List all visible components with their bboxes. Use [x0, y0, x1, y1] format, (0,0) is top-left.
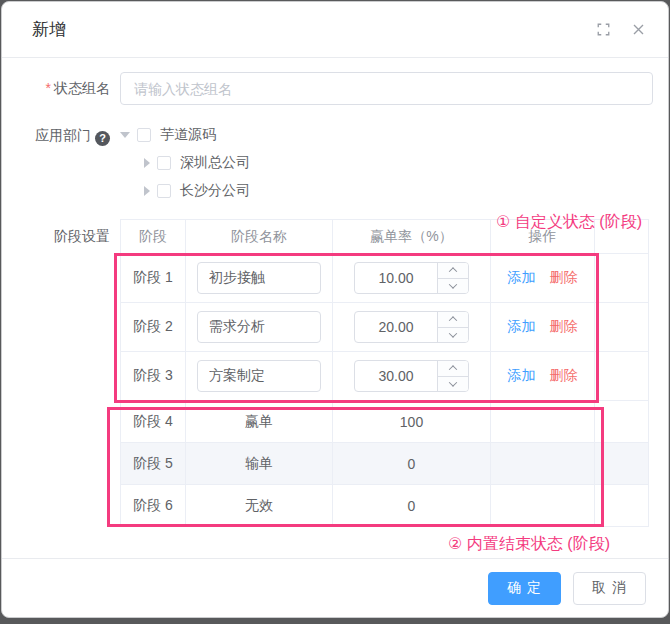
col-header-stage: 阶段 [121, 220, 186, 254]
win-rate-cell: 0 [333, 485, 491, 527]
chevron-up-icon [449, 365, 457, 373]
stage-name-cell [186, 254, 333, 303]
department-row: 应用部门? 芋道源码 深圳总公司 长沙分公司 [32, 121, 653, 205]
win-rate-input[interactable] [355, 312, 437, 342]
win-rate-stepper [354, 262, 469, 294]
decrease-button[interactable] [438, 377, 468, 392]
actions-cell-empty [491, 485, 595, 527]
win-rate-cell [333, 352, 491, 401]
gutter-cell [595, 352, 649, 401]
stage-cell: 阶段 1 [121, 254, 186, 303]
chevron-down-icon [449, 378, 457, 386]
win-rate-cell [333, 254, 491, 303]
stages-table: 阶段 阶段名称 赢单率（%） 操作 阶段 1 [120, 219, 649, 527]
annotation-builtin-states: ② 内置结束状态 (阶段) [448, 534, 610, 554]
department-tree: 芋道源码 深圳总公司 长沙分公司 [120, 121, 250, 205]
stage-name-input[interactable] [197, 262, 321, 294]
tree-node-shenzhen[interactable]: 深圳总公司 [144, 149, 250, 177]
col-header-name: 阶段名称 [186, 220, 333, 254]
actions-cell: 添加删除 [491, 352, 595, 401]
tree-node-label: 芋道源码 [160, 126, 216, 144]
stages-table-wrap: 阶段 阶段名称 赢单率（%） 操作 阶段 1 [120, 219, 648, 527]
stepper-controls [437, 361, 468, 391]
add-link[interactable]: 添加 [508, 367, 536, 383]
stepper-controls [437, 312, 468, 342]
increase-button[interactable] [438, 312, 468, 328]
caret-down-icon[interactable] [120, 132, 130, 138]
win-rate-input[interactable] [355, 361, 437, 391]
group-name-input[interactable] [120, 72, 653, 105]
decrease-button[interactable] [438, 279, 468, 294]
actions-cell: 添加删除 [491, 303, 595, 352]
win-rate-cell [333, 303, 491, 352]
tree-node-label: 长沙分公司 [180, 182, 250, 200]
win-rate-input[interactable] [355, 263, 437, 293]
stage-name-input[interactable] [197, 360, 321, 392]
dialog-header: 新增 [2, 2, 668, 58]
col-header-rate: 赢单率（%） [333, 220, 491, 254]
table-row-stage6: 阶段 6 无效 0 [121, 485, 649, 527]
delete-link[interactable]: 删除 [550, 269, 578, 285]
close-button[interactable] [629, 20, 648, 39]
group-name-label: *状态组名 [32, 72, 120, 104]
table-row-stage2: 阶段 2 [121, 303, 649, 352]
gutter-cell [595, 443, 649, 485]
increase-button[interactable] [438, 361, 468, 377]
actions-cell-empty [491, 443, 595, 485]
stage-name-cell [186, 303, 333, 352]
fullscreen-button[interactable] [594, 20, 613, 39]
stages-row: 阶段设置 阶段 阶段名称 赢单率（%） 操作 [32, 219, 653, 527]
actions-cell-empty [491, 401, 595, 443]
stage-cell: 阶段 6 [121, 485, 186, 527]
stage-cell: 阶段 2 [121, 303, 186, 352]
table-row-stage3: 阶段 3 [121, 352, 649, 401]
table-row-stage1: 阶段 1 [121, 254, 649, 303]
new-status-group-dialog: 新增 *状态组名 应用部门? [1, 1, 669, 618]
dialog-footer: 确 定 取 消 [2, 558, 668, 617]
stage-name-input[interactable] [197, 311, 321, 343]
chevron-down-icon [449, 329, 457, 337]
add-link[interactable]: 添加 [508, 269, 536, 285]
gutter-cell [595, 401, 649, 443]
tree-checkbox[interactable] [157, 184, 171, 198]
caret-right-icon[interactable] [144, 186, 150, 196]
stage-name-cell [186, 352, 333, 401]
win-rate-stepper [354, 360, 469, 392]
stepper-controls [437, 263, 468, 293]
stage-cell: 阶段 4 [121, 401, 186, 443]
tree-node-root[interactable]: 芋道源码 [120, 121, 250, 149]
department-label: 应用部门? [32, 121, 120, 149]
dialog-title: 新增 [32, 18, 66, 41]
increase-button[interactable] [438, 263, 468, 279]
caret-right-icon[interactable] [144, 158, 150, 168]
chevron-down-icon [449, 280, 457, 288]
delete-link[interactable]: 删除 [550, 367, 578, 383]
stage-name-cell: 输单 [186, 443, 333, 485]
gutter-cell [595, 485, 649, 527]
close-icon [631, 22, 646, 37]
delete-link[interactable]: 删除 [550, 318, 578, 334]
confirm-button[interactable]: 确 定 [488, 572, 561, 605]
help-icon: ? [95, 131, 110, 146]
gutter-cell [595, 303, 649, 352]
actions-cell: 添加删除 [491, 254, 595, 303]
stage-name-cell: 无效 [186, 485, 333, 527]
gutter-cell [595, 254, 649, 303]
table-row-stage4: 阶段 4 赢单 100 [121, 401, 649, 443]
tree-node-changsha[interactable]: 长沙分公司 [144, 177, 250, 205]
dialog-header-icons [594, 20, 648, 39]
add-link[interactable]: 添加 [508, 318, 536, 334]
table-row-stage5: 阶段 5 输单 0 [121, 443, 649, 485]
win-rate-stepper [354, 311, 469, 343]
fullscreen-icon [596, 22, 611, 37]
decrease-button[interactable] [438, 328, 468, 343]
annotation-custom-states: ① 自定义状态 (阶段) [496, 212, 642, 232]
group-name-row: *状态组名 [32, 72, 653, 105]
tree-checkbox[interactable] [137, 128, 151, 142]
cancel-button[interactable]: 取 消 [573, 572, 646, 605]
stage-cell: 阶段 5 [121, 443, 186, 485]
win-rate-cell: 0 [333, 443, 491, 485]
chevron-up-icon [449, 316, 457, 324]
tree-checkbox[interactable] [157, 156, 171, 170]
tree-node-label: 深圳总公司 [180, 154, 250, 172]
